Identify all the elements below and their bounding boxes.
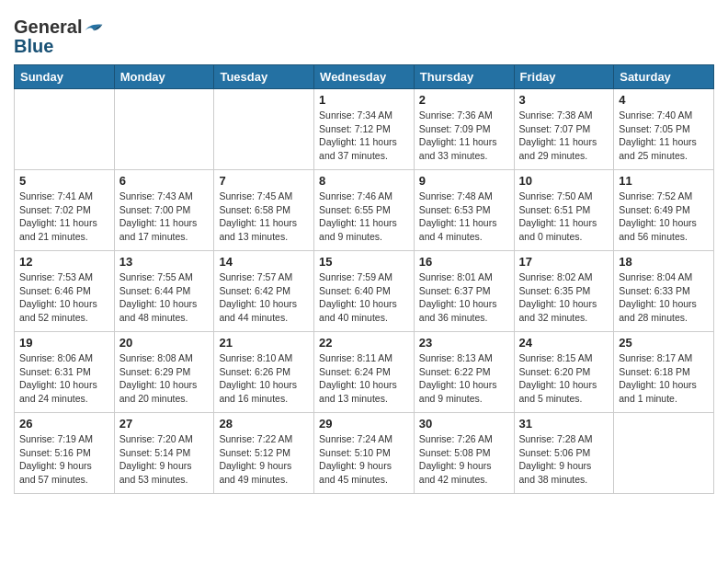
header-wednesday: Wednesday	[314, 65, 415, 89]
day-info: Sunrise: 7:26 AM Sunset: 5:08 PM Dayligh…	[419, 432, 509, 487]
calendar-cell: 3Sunrise: 7:38 AM Sunset: 7:07 PM Daylig…	[514, 89, 614, 170]
header-friday: Friday	[514, 65, 614, 89]
day-number: 24	[519, 336, 609, 350]
day-number: 22	[319, 336, 409, 350]
day-info: Sunrise: 7:34 AM Sunset: 7:12 PM Dayligh…	[319, 109, 409, 163]
logo-general: General	[14, 17, 82, 38]
day-number: 7	[219, 174, 309, 188]
calendar-cell: 24Sunrise: 8:15 AM Sunset: 6:20 PM Dayli…	[514, 332, 614, 413]
logo-bird-icon	[84, 19, 104, 36]
calendar-cell: 10Sunrise: 7:50 AM Sunset: 6:51 PM Dayli…	[514, 170, 614, 251]
day-number: 9	[419, 174, 509, 188]
day-info: Sunrise: 7:50 AM Sunset: 6:51 PM Dayligh…	[519, 190, 609, 244]
day-info: Sunrise: 7:43 AM Sunset: 7:00 PM Dayligh…	[119, 190, 210, 244]
day-info: Sunrise: 7:53 AM Sunset: 6:46 PM Dayligh…	[19, 270, 109, 325]
header: General Blue	[14, 9, 714, 57]
day-info: Sunrise: 7:24 AM Sunset: 5:10 PM Dayligh…	[319, 432, 409, 487]
day-number: 23	[419, 336, 509, 350]
day-number: 6	[119, 174, 210, 188]
calendar-cell: 12Sunrise: 7:53 AM Sunset: 6:46 PM Dayli…	[15, 251, 115, 332]
day-info: Sunrise: 7:45 AM Sunset: 6:58 PM Dayligh…	[219, 190, 309, 244]
day-number: 5	[19, 174, 109, 188]
calendar-cell: 31Sunrise: 7:28 AM Sunset: 5:06 PM Dayli…	[514, 413, 614, 494]
day-info: Sunrise: 7:28 AM Sunset: 5:06 PM Dayligh…	[519, 432, 609, 487]
calendar-cell: 13Sunrise: 7:55 AM Sunset: 6:44 PM Dayli…	[114, 251, 214, 332]
day-number: 19	[19, 336, 109, 350]
calendar-cell: 21Sunrise: 8:10 AM Sunset: 6:26 PM Dayli…	[214, 332, 314, 413]
day-info: Sunrise: 7:52 AM Sunset: 6:49 PM Dayligh…	[619, 190, 709, 244]
day-info: Sunrise: 8:13 AM Sunset: 6:22 PM Dayligh…	[419, 351, 509, 406]
calendar-week-row: 1Sunrise: 7:34 AM Sunset: 7:12 PM Daylig…	[15, 89, 714, 170]
day-info: Sunrise: 7:36 AM Sunset: 7:09 PM Dayligh…	[419, 109, 509, 163]
day-number: 30	[419, 417, 509, 431]
day-info: Sunrise: 7:48 AM Sunset: 6:53 PM Dayligh…	[419, 190, 509, 244]
calendar-cell: 11Sunrise: 7:52 AM Sunset: 6:49 PM Dayli…	[614, 170, 714, 251]
day-info: Sunrise: 7:40 AM Sunset: 7:05 PM Dayligh…	[619, 109, 709, 163]
day-number: 27	[119, 417, 210, 431]
calendar-cell: 23Sunrise: 8:13 AM Sunset: 6:22 PM Dayli…	[414, 332, 514, 413]
day-number: 2	[419, 93, 509, 107]
day-number: 14	[219, 255, 309, 269]
calendar-cell: 14Sunrise: 7:57 AM Sunset: 6:42 PM Dayli…	[214, 251, 314, 332]
calendar-cell	[614, 413, 714, 494]
calendar-cell: 19Sunrise: 8:06 AM Sunset: 6:31 PM Dayli…	[15, 332, 115, 413]
calendar-week-row: 19Sunrise: 8:06 AM Sunset: 6:31 PM Dayli…	[15, 332, 714, 413]
day-info: Sunrise: 7:41 AM Sunset: 7:02 PM Dayligh…	[19, 190, 109, 244]
weekday-header-row: Sunday Monday Tuesday Wednesday Thursday…	[15, 65, 714, 89]
day-info: Sunrise: 8:11 AM Sunset: 6:24 PM Dayligh…	[319, 351, 409, 406]
day-number: 17	[519, 255, 609, 269]
day-info: Sunrise: 8:08 AM Sunset: 6:29 PM Dayligh…	[119, 351, 210, 406]
day-number: 18	[619, 255, 709, 269]
calendar-cell: 30Sunrise: 7:26 AM Sunset: 5:08 PM Dayli…	[414, 413, 514, 494]
day-number: 26	[19, 417, 109, 431]
page: General Blue Sunday Monday Tuesday Wedne…	[0, 0, 728, 508]
day-info: Sunrise: 8:06 AM Sunset: 6:31 PM Dayligh…	[19, 351, 109, 406]
calendar-cell: 16Sunrise: 8:01 AM Sunset: 6:37 PM Dayli…	[414, 251, 514, 332]
day-number: 13	[119, 255, 210, 269]
day-number: 29	[319, 417, 409, 431]
day-number: 28	[219, 417, 309, 431]
header-tuesday: Tuesday	[214, 65, 314, 89]
header-thursday: Thursday	[414, 65, 514, 89]
day-info: Sunrise: 8:17 AM Sunset: 6:18 PM Dayligh…	[619, 351, 709, 406]
calendar-cell	[214, 89, 314, 170]
day-info: Sunrise: 7:22 AM Sunset: 5:12 PM Dayligh…	[219, 432, 309, 487]
day-number: 1	[319, 93, 409, 107]
header-sunday: Sunday	[15, 65, 115, 89]
calendar-cell: 2Sunrise: 7:36 AM Sunset: 7:09 PM Daylig…	[414, 89, 514, 170]
calendar-table: Sunday Monday Tuesday Wednesday Thursday…	[14, 64, 714, 494]
day-info: Sunrise: 7:57 AM Sunset: 6:42 PM Dayligh…	[219, 270, 309, 325]
calendar-cell: 18Sunrise: 8:04 AM Sunset: 6:33 PM Dayli…	[614, 251, 714, 332]
day-info: Sunrise: 8:02 AM Sunset: 6:35 PM Dayligh…	[519, 270, 609, 325]
day-info: Sunrise: 7:20 AM Sunset: 5:14 PM Dayligh…	[119, 432, 210, 487]
day-number: 10	[519, 174, 609, 188]
logo-blue: Blue	[14, 36, 53, 57]
calendar-cell: 28Sunrise: 7:22 AM Sunset: 5:12 PM Dayli…	[214, 413, 314, 494]
day-number: 11	[619, 174, 709, 188]
day-info: Sunrise: 8:10 AM Sunset: 6:26 PM Dayligh…	[219, 351, 309, 406]
day-info: Sunrise: 8:04 AM Sunset: 6:33 PM Dayligh…	[619, 270, 709, 325]
calendar-cell: 26Sunrise: 7:19 AM Sunset: 5:16 PM Dayli…	[15, 413, 115, 494]
calendar-cell: 7Sunrise: 7:45 AM Sunset: 6:58 PM Daylig…	[214, 170, 314, 251]
calendar-cell: 15Sunrise: 7:59 AM Sunset: 6:40 PM Dayli…	[314, 251, 415, 332]
header-monday: Monday	[114, 65, 214, 89]
calendar-cell: 1Sunrise: 7:34 AM Sunset: 7:12 PM Daylig…	[314, 89, 415, 170]
day-number: 15	[319, 255, 409, 269]
calendar-cell: 4Sunrise: 7:40 AM Sunset: 7:05 PM Daylig…	[614, 89, 714, 170]
day-info: Sunrise: 7:19 AM Sunset: 5:16 PM Dayligh…	[19, 432, 109, 487]
day-info: Sunrise: 7:55 AM Sunset: 6:44 PM Dayligh…	[119, 270, 210, 325]
day-number: 31	[519, 417, 609, 431]
day-info: Sunrise: 8:15 AM Sunset: 6:20 PM Dayligh…	[519, 351, 609, 406]
day-number: 16	[419, 255, 509, 269]
day-number: 3	[519, 93, 609, 107]
calendar-cell: 17Sunrise: 8:02 AM Sunset: 6:35 PM Dayli…	[514, 251, 614, 332]
day-info: Sunrise: 8:01 AM Sunset: 6:37 PM Dayligh…	[419, 270, 509, 325]
logo: General Blue	[14, 17, 104, 57]
calendar-week-row: 5Sunrise: 7:41 AM Sunset: 7:02 PM Daylig…	[15, 170, 714, 251]
calendar-cell: 6Sunrise: 7:43 AM Sunset: 7:00 PM Daylig…	[114, 170, 214, 251]
calendar-week-row: 12Sunrise: 7:53 AM Sunset: 6:46 PM Dayli…	[15, 251, 714, 332]
day-number: 21	[219, 336, 309, 350]
day-number: 12	[19, 255, 109, 269]
day-number: 20	[119, 336, 210, 350]
calendar-cell: 27Sunrise: 7:20 AM Sunset: 5:14 PM Dayli…	[114, 413, 214, 494]
